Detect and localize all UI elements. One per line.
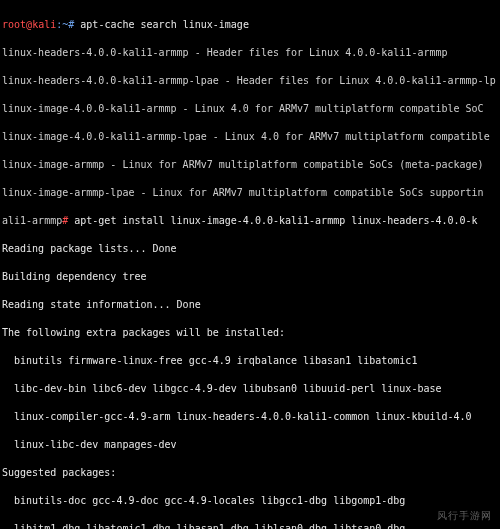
prompt-end1: # [68, 19, 80, 30]
extra-0: binutils firmware-linux-free gcc-4.9 irq… [2, 354, 500, 368]
suggested-header: Suggested packages: [2, 466, 500, 480]
command-1: apt-cache search linux-image [80, 19, 249, 30]
search-result-4: linux-image-armmp - Linux for ARMv7 mult… [2, 158, 500, 172]
search-result-1: linux-headers-4.0.0-kali1-armmp-lpae - H… [2, 74, 500, 88]
wrap-prev: ali1-armmp [2, 215, 62, 226]
terminal-output[interactable]: root@kali:~# apt-cache search linux-imag… [0, 0, 500, 529]
extra-2: linux-compiler-gcc-4.9-arm linux-headers… [2, 410, 500, 424]
search-result-3: linux-image-4.0.0-kali1-armmp-lpae - Lin… [2, 130, 500, 144]
suggested-0: binutils-doc gcc-4.9-doc gcc-4.9-locales… [2, 494, 500, 508]
extra-3: linux-libc-dev manpages-dev [2, 438, 500, 452]
extra-header: The following extra packages will be ins… [2, 326, 500, 340]
building-tree: Building dependency tree [2, 270, 500, 284]
command-2: apt-get install linux-image-4.0.0-kali1-… [74, 215, 477, 226]
search-result-5: linux-image-armmp-lpae - Linux for ARMv7… [2, 186, 500, 200]
suggested-1: libitm1-dbg libatomic1-dbg libasan1-dbg … [2, 522, 500, 529]
reading-lists: Reading package lists... Done [2, 242, 500, 256]
prompt-line-1[interactable]: root@kali:~# apt-cache search linux-imag… [2, 18, 500, 32]
prompt-end2: # [62, 215, 74, 226]
search-result-2: linux-image-4.0.0-kali1-armmp - Linux 4.… [2, 102, 500, 116]
prompt-host: kali [32, 19, 56, 30]
prompt-line-2[interactable]: ali1-armmp# apt-get install linux-image-… [2, 214, 500, 228]
reading-state: Reading state information... Done [2, 298, 500, 312]
extra-1: libc-dev-bin libc6-dev libgcc-4.9-dev li… [2, 382, 500, 396]
prompt-user: root [2, 19, 26, 30]
search-result-0: linux-headers-4.0.0-kali1-armmp - Header… [2, 46, 500, 60]
